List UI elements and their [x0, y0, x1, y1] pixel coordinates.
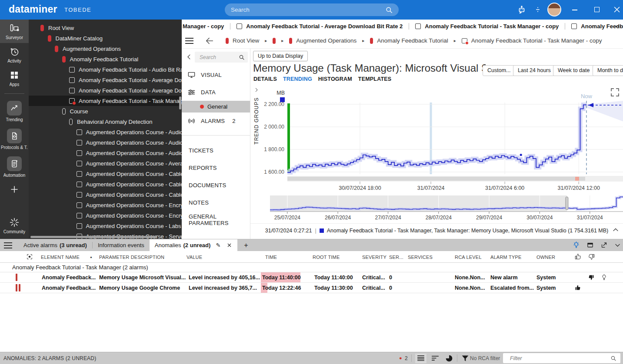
tab-histogram[interactable]: HISTOGRAM [318, 76, 352, 82]
alarm-tab-anomalies[interactable]: Anomalies(2 unread)✎ [150, 239, 237, 251]
document-tab[interactable]: Anomaly Feedback Tutorial - Task Manager… [409, 20, 565, 33]
range-button-month-to-date[interactable]: Month to date [593, 65, 623, 76]
column-header-severity[interactable]: SEVERITY [362, 255, 386, 260]
element-checkbox[interactable] [77, 192, 82, 198]
tree-item[interactable]: Augmented Operations Course - Cable Mo [29, 179, 182, 189]
document-tab[interactable]: Manager - copy [182, 20, 230, 33]
close-button[interactable] [612, 5, 622, 14]
tree-item[interactable]: Augmented Operations Course - Audio bit [29, 148, 182, 158]
breadcrumb-item[interactable]: Anomaly Feedback Tutorial [370, 37, 448, 44]
sort-icon[interactable] [430, 354, 441, 363]
more-options-icon[interactable] [534, 6, 542, 13]
chevron-down-icon[interactable] [614, 242, 621, 249]
tab-templates[interactable]: TEMPLATES [358, 76, 392, 82]
sidebar-item-apps[interactable]: Apps [0, 66, 29, 90]
column-header-element-name[interactable]: ELEMENT NAME [41, 255, 80, 260]
search-icon[interactable] [385, 6, 393, 14]
list-view-icon[interactable] [415, 354, 426, 363]
tree-item[interactable]: Anomaly Feedback Tutorial - Average Down… [29, 75, 182, 85]
element-checkbox[interactable] [77, 213, 82, 218]
panel-search[interactable] [195, 52, 248, 63]
tree-item[interactable]: DataMiner Catalog [29, 33, 182, 43]
tree-item[interactable]: Anomaly Feedback Tutorial - Task Manager [29, 96, 182, 106]
column-header-parameter-description[interactable]: PARAMETER DESCRIPTION [99, 255, 164, 260]
element-checkbox[interactable] [69, 88, 75, 93]
column-header-owner[interactable]: OWNER [536, 255, 555, 260]
panel-layout-icon[interactable] [586, 242, 594, 249]
range-button-last-24-hours[interactable]: Last 24 hours [513, 65, 556, 76]
alarm-filter[interactable] [503, 353, 620, 363]
edit-tab-icon[interactable]: ✎ [216, 242, 220, 248]
element-checkbox[interactable] [77, 150, 82, 156]
sidebar-item-activity[interactable]: Activity [0, 43, 29, 66]
document-tab[interactable]: Anomaly Feedback Tutorial - Average Down… [230, 20, 409, 33]
tab-checkbox[interactable] [415, 23, 421, 29]
nav-item-tickets[interactable]: TICKETS [182, 142, 250, 159]
document-tab[interactable]: Anomaly Feedback [565, 20, 623, 33]
nav-item-general-parameters[interactable]: GENERAL PARAMETERS [182, 211, 250, 228]
tree-item[interactable]: Anomaly Feedback Tutorial - Average Down… [29, 85, 182, 96]
breadcrumb-item[interactable]: Anomaly Feedback Tutorial - Task Manager… [462, 37, 602, 44]
tree-item[interactable]: Root View [29, 23, 182, 33]
tree-item[interactable]: Augmented Operations Course - Encryptio [29, 200, 182, 210]
column-header-value[interactable]: VALUE [187, 255, 202, 260]
column-header-rca-level[interactable]: RCA LEVEL [455, 255, 482, 260]
tree-item[interactable]: Anomaly Feedback Tutorial [29, 54, 182, 64]
breadcrumb-item[interactable] [273, 38, 276, 44]
sidebar-item-trending[interactable]: Trending [0, 97, 29, 125]
tree-item[interactable]: Course [29, 106, 182, 116]
element-checkbox[interactable] [77, 202, 82, 208]
rca-filter-icon[interactable] [460, 354, 471, 363]
maximize-button[interactable] [594, 7, 600, 12]
tree-item[interactable]: Augmented Operations Course - Average D [29, 158, 182, 169]
suggestion-bulb-icon[interactable] [601, 274, 607, 281]
alarm-tab-information-events[interactable]: Information events [93, 239, 150, 251]
pie-chart-icon[interactable] [443, 354, 455, 363]
tab-details[interactable]: DETAILS [253, 76, 277, 82]
element-checkbox[interactable] [77, 129, 82, 135]
close-tab-icon[interactable] [227, 242, 232, 248]
range-button-week-to-date[interactable]: Week to date [553, 65, 594, 76]
sidebar-item-community[interactable]: Community [0, 214, 29, 237]
element-checkbox[interactable] [69, 77, 75, 83]
global-search-input[interactable] [230, 6, 385, 13]
sidebar-item-automation[interactable]: Automation [0, 153, 29, 181]
nav-item-data[interactable]: DATA [182, 83, 250, 101]
tree-item[interactable]: Behavioral Anomaly Detection [29, 116, 182, 127]
sidebar-item-protocols-t[interactable]: Protocols & T... [0, 125, 29, 153]
collapse-panel-icon[interactable] [185, 53, 193, 61]
column-header-ser-[interactable]: SER... [389, 255, 403, 260]
column-header-alarm-type[interactable]: ALARM TYPE [490, 255, 522, 260]
panel-search-input[interactable] [199, 54, 238, 61]
trend-overview-chart[interactable]: 25/07/202426/07/202427/07/202428/07/2024… [250, 195, 623, 222]
alarm-menu-icon[interactable] [4, 242, 12, 248]
nav-item-alarms[interactable]: ALARMS2 [182, 113, 250, 129]
nav-item-notes[interactable]: NOTES [182, 194, 250, 211]
tab-checkbox[interactable] [237, 23, 242, 29]
alarm-tab-active-alarms[interactable]: Active alarms(3 unread) [18, 239, 92, 251]
add-tab-button[interactable]: + [244, 242, 248, 249]
thumb-up-feedback-icon[interactable] [575, 285, 581, 291]
sidebar-item-add[interactable] [0, 181, 29, 199]
column-header-time[interactable]: TIME [265, 255, 277, 260]
element-checkbox[interactable] [77, 161, 82, 166]
tree-item[interactable]: Augmented Operations Course - Audio bit [29, 127, 182, 137]
tree-vertical-scrollbar[interactable] [179, 96, 181, 109]
thumb-down-feedback-icon[interactable] [588, 274, 594, 281]
nav-item-documents[interactable]: DOCUMENTS [182, 176, 250, 194]
range-button-custom[interactable]: Custom... [483, 65, 516, 76]
tab-checkbox[interactable] [571, 23, 577, 29]
back-arrow-icon[interactable] [205, 36, 214, 46]
up-to-data-display-button[interactable]: Up to Data Display [253, 51, 308, 61]
nav-item-general[interactable]: General [182, 101, 250, 113]
element-checkbox[interactable] [77, 223, 82, 229]
user-avatar[interactable] [547, 3, 561, 17]
focus-icon[interactable] [26, 253, 33, 260]
nav-item-visual[interactable]: VISUAL [182, 66, 250, 83]
menu-icon[interactable] [185, 38, 193, 44]
tree-item[interactable]: Augmented Operations Course - Cable Mo [29, 169, 182, 179]
rca-filter-label[interactable]: No RCA filter [470, 355, 500, 361]
breadcrumb-item[interactable]: Root View [226, 37, 259, 44]
open-in-window-icon[interactable] [600, 242, 608, 249]
alarm-filter-input[interactable] [509, 355, 610, 362]
